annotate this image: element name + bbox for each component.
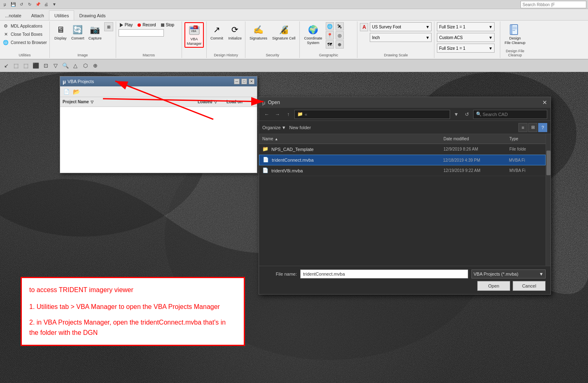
new-folder-btn[interactable]: New folder <box>289 125 311 130</box>
open-file-dialog: μ Open ✕ ← → ↑ 📁 « ▼ ↺ 🔍 Search CAD Orga <box>259 97 551 295</box>
tool-filter2-icon[interactable]: △ <box>71 61 80 70</box>
design-file-cleanup-btn[interactable]: Design File Cleanup <box>503 22 527 46</box>
initialize-icon: ⟳ <box>229 23 242 36</box>
vba-loadon-col: Load on <box>224 100 257 104</box>
scrollbar-thumb[interactable] <box>546 151 551 175</box>
tab-annotate[interactable]: ...notate <box>0 11 26 20</box>
unit-row1: A US Survey Foot ▼ <box>360 22 432 32</box>
mdl-applications-btn[interactable]: ⚙ MDL Applications <box>2 22 48 30</box>
view-list-btn[interactable]: ≡ <box>518 123 527 132</box>
nav-path-bar[interactable]: 📁 « <box>294 110 450 119</box>
geo-btn3[interactable]: 🗺 <box>326 40 334 49</box>
geo-btn5[interactable]: ◎ <box>336 31 344 39</box>
ribbon: ⚙ MDL Applications ✕ Close Tool Boxes 🌐 … <box>0 21 588 60</box>
vba-window-title: μ VBA Projects <box>63 79 94 85</box>
convert-btn[interactable]: 🔄 Convert <box>70 22 86 42</box>
nav-dropdown-btn[interactable]: ▼ <box>452 110 461 119</box>
image-group-title: Image <box>52 53 113 57</box>
file-row-trident-v8i[interactable]: 📄 tridentV8i.mvba 12/19/2019 9:22 AM MVB… <box>259 165 546 176</box>
redo-icon[interactable]: ↻ <box>26 1 33 8</box>
design-cleanup-icon <box>509 23 522 36</box>
initialize-btn[interactable]: ⟳ Initialize <box>226 22 243 42</box>
vba-open-btn[interactable]: 📂 <box>72 88 81 96</box>
files-scrollbar[interactable] <box>546 134 551 266</box>
nav-refresh-btn[interactable]: ↺ <box>462 110 471 119</box>
inch-dropdown[interactable]: Inch ▼ <box>370 33 432 42</box>
tool-arrow-icon[interactable]: ↙ <box>2 61 11 70</box>
geo-btn2[interactable]: 📍 <box>326 31 334 39</box>
tool-cursor-icon[interactable]: ⬚ <box>12 61 21 70</box>
connect-browser-btn[interactable]: 🌐 Connect to Browser <box>2 39 48 46</box>
open-btn[interactable]: Open <box>477 281 510 291</box>
display-btn[interactable]: 🖥 Display <box>52 22 69 42</box>
files-list-header: Name ▲ Date modified Type <box>259 134 546 144</box>
file-icon-trident-connect: 📄 <box>263 157 269 163</box>
record-btn[interactable]: Record <box>136 22 157 28</box>
tool-filter1-icon[interactable]: 🔍 <box>61 61 70 70</box>
organize-btn[interactable]: Organize ▼ <box>262 125 286 130</box>
vba-manager-btn[interactable]: VBA M VBA Manager <box>184 22 204 48</box>
utilities-group-content: ⚙ MDL Applications ✕ Close Tool Boxes 🌐 … <box>2 22 48 57</box>
signature-cell-btn[interactable]: 🔏 Signature Cell <box>271 22 297 42</box>
geo-btn1[interactable]: 🌐 <box>326 22 334 30</box>
geo-btn4[interactable]: 🛰 <box>336 22 344 30</box>
vba-new-btn[interactable]: 📄 <box>62 88 71 96</box>
filetype-select[interactable]: VBA Projects (*.mvba) ▼ <box>471 269 546 279</box>
vba-maximize-btn[interactable]: □ <box>241 79 247 84</box>
file-row-nps[interactable]: 📁 NPS_CAD_Template 12/9/2019 8:26 AM Fil… <box>259 144 546 155</box>
stop-icon <box>161 23 164 27</box>
open-close-btn[interactable]: ✕ <box>542 99 547 106</box>
capture-btn[interactable]: 📷 Capture <box>87 22 103 42</box>
project-name-filter-icon[interactable]: ▽ <box>91 100 93 104</box>
more-icon[interactable]: ▼ <box>51 1 58 8</box>
view-details-btn[interactable]: ⊞ <box>528 123 537 132</box>
vba-close-btn[interactable]: ✕ <box>249 79 254 84</box>
loaded-filter-icon[interactable]: ▽ <box>214 100 217 104</box>
tab-utilities[interactable]: Utilities <box>49 10 74 20</box>
nav-forward-btn[interactable]: → <box>273 110 282 119</box>
macro-dropdown[interactable] <box>119 29 164 37</box>
tool-select-icon[interactable]: ⬚ <box>21 61 30 70</box>
tab-attach[interactable]: Attach <box>26 11 49 20</box>
file-row-trident-connect[interactable]: 📄 tridentConnect.mvba 12/18/2019 4:39 PM… <box>259 155 546 165</box>
svg-text:M: M <box>194 26 196 29</box>
vba-titlebar: μ VBA Projects ─ □ ✕ <box>60 77 257 86</box>
nav-search-bar[interactable]: 🔍 Search CAD <box>473 110 547 119</box>
tool-rect-icon[interactable]: ⬛ <box>31 61 40 70</box>
coordinate-system-btn[interactable]: 🌍 Coordinate System <box>302 22 324 49</box>
us-survey-foot-dropdown[interactable]: US Survey Foot ▼ <box>370 22 432 31</box>
image-extra-btn[interactable]: ⊞ <box>104 22 113 31</box>
tool-hex-icon[interactable]: ⬡ <box>81 61 90 70</box>
close-toolboxes-btn[interactable]: ✕ Close Tool Boxes <box>2 30 48 38</box>
geo-btn6[interactable]: ⊕ <box>336 40 344 49</box>
tool-cross-icon[interactable]: ⊕ <box>91 61 100 70</box>
view-help-btn[interactable]: ? <box>538 123 547 132</box>
undo-icon[interactable]: ↺ <box>18 1 25 8</box>
cancel-btn[interactable]: Cancel <box>513 281 546 291</box>
print-icon[interactable]: 🖨 <box>43 1 49 8</box>
stop-btn[interactable]: Stop <box>160 22 176 28</box>
tool-snap2-icon[interactable]: ▽ <box>51 61 60 70</box>
vba-minimize-btn[interactable]: ─ <box>234 79 240 84</box>
filename-input[interactable] <box>300 269 468 279</box>
top-bar-icons: μ 💾 ↺ ↻ 📌 🖨 ▼ <box>2 1 58 8</box>
pin-icon[interactable]: 📌 <box>35 1 41 8</box>
play-btn[interactable]: Play <box>119 22 134 28</box>
signatures-btn[interactable]: ✍ Signatures <box>248 22 269 42</box>
open-files-area: Name ▲ Date modified Type 📁 NPS_CAD_Temp… <box>259 134 551 266</box>
ribbon-tabs: ...notate Attach Utilities Drawing Aids <box>0 9 588 21</box>
full-size-dropdown1[interactable]: Full Size 1 = 1 ▼ <box>437 22 495 31</box>
search-ribbon-input[interactable] <box>520 1 586 8</box>
commit-btn[interactable]: ↗ Commit <box>208 22 225 42</box>
toolbar: ↙ ⬚ ⬚ ⬛ ⊡ ▽ 🔍 △ ⬡ ⊕ <box>0 60 588 72</box>
save-icon[interactable]: 💾 <box>10 1 16 8</box>
custom-acs-dropdown[interactable]: Custom ACS ▼ <box>437 33 495 42</box>
tab-drawing-aids[interactable]: Drawing Aids <box>74 11 110 20</box>
full-size-dropdown2[interactable]: Full Size 1 = 1 ▼ <box>437 44 495 53</box>
tool-snap1-icon[interactable]: ⊡ <box>41 61 50 70</box>
nav-back-btn[interactable]: ← <box>262 110 271 119</box>
name-sort-icon[interactable]: ▲ <box>275 137 278 141</box>
nav-up-btn[interactable]: ↑ <box>284 110 293 119</box>
play-icon <box>120 23 123 27</box>
view-buttons: ≡ ⊞ ? <box>518 123 547 132</box>
